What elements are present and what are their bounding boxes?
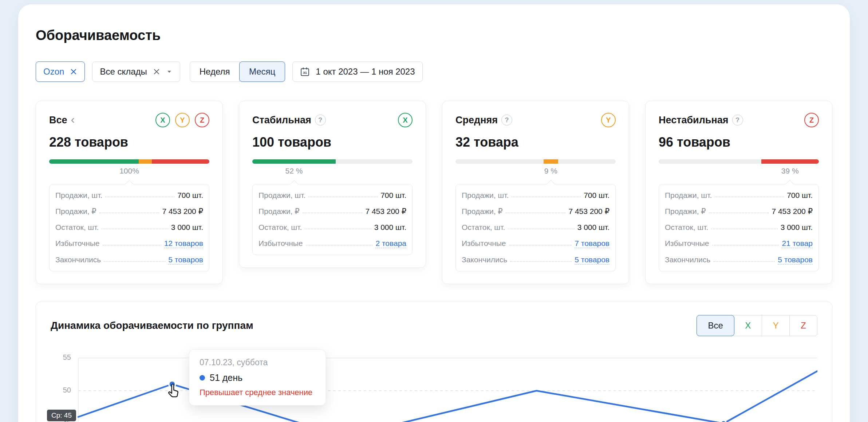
stat-row: Избыточные2 товара bbox=[253, 235, 412, 252]
tab-all[interactable]: Все bbox=[697, 315, 734, 336]
dotted-leader bbox=[99, 212, 159, 213]
bar-segment bbox=[544, 159, 558, 164]
turnover-panel: Оборачиваемость Ozon Все склады Неделя М… bbox=[18, 4, 850, 422]
series-dot bbox=[200, 375, 205, 381]
dotted-leader bbox=[308, 196, 378, 197]
dotted-leader bbox=[506, 212, 566, 213]
stat-label: Избыточные bbox=[259, 239, 303, 248]
marketplace-filter-chip[interactable]: Ozon bbox=[36, 61, 85, 82]
chart-point[interactable] bbox=[721, 421, 726, 422]
dotted-leader bbox=[709, 212, 769, 213]
stat-value: 3 000 шт. bbox=[577, 223, 609, 232]
stat-row: Продажи, шт.700 шт. bbox=[253, 187, 412, 203]
remove-filter-icon[interactable] bbox=[70, 68, 77, 75]
bar-segment bbox=[761, 159, 819, 164]
stat-label: Продажи, ₽ bbox=[665, 207, 706, 216]
stat-row: Избыточные12 товаров bbox=[50, 235, 209, 252]
dotted-leader bbox=[510, 261, 572, 262]
help-icon[interactable]: ? bbox=[315, 115, 326, 126]
stat-value: 700 шт. bbox=[177, 191, 203, 200]
stat-label: Остаток, шт. bbox=[665, 223, 708, 232]
dotted-leader bbox=[104, 261, 165, 262]
help-icon[interactable]: ? bbox=[501, 115, 512, 126]
stat-value-link[interactable]: 12 товаров bbox=[164, 239, 203, 248]
tab-z[interactable]: Z bbox=[789, 315, 817, 336]
distribution-bar bbox=[455, 159, 616, 164]
percent-label: 39 % bbox=[781, 167, 799, 175]
filters-row: Ozon Все склады Неделя Месяц 31 1 bbox=[36, 61, 832, 82]
stat-row: Остаток, шт.3 000 шт. bbox=[456, 219, 615, 235]
bar-segment bbox=[49, 159, 139, 164]
period-toggle: Неделя Месяц bbox=[190, 61, 285, 82]
percent-label: 52 % bbox=[285, 167, 303, 175]
dynamics-card: Динамика оборачиваемости по группам Все … bbox=[36, 302, 832, 422]
stat-value: 700 шт. bbox=[787, 191, 813, 200]
stat-row: Закончились5 товаров bbox=[50, 252, 209, 268]
tab-y[interactable]: Y bbox=[762, 315, 790, 336]
stat-value-link[interactable]: 21 товар bbox=[782, 239, 813, 248]
badge-y[interactable]: Y bbox=[601, 113, 616, 127]
stat-label: Закончились bbox=[55, 255, 101, 264]
stats-box: Продажи, шт.700 шт.Продажи, ₽7 453 200 ₽… bbox=[49, 184, 209, 271]
stat-label: Закончились bbox=[665, 255, 710, 264]
badge-y[interactable]: Y bbox=[175, 113, 190, 127]
page-title: Оборачиваемость bbox=[36, 28, 832, 43]
date-range-picker[interactable]: 31 1 окт 2023 — 1 ноя 2023 bbox=[292, 61, 422, 82]
stats-box: Продажи, шт.700 шт.Продажи, ₽7 453 200 ₽… bbox=[455, 184, 616, 271]
summary-card-unstable: Нестабильная ? Z 96 товаров 39 % Продажи… bbox=[645, 101, 832, 284]
stat-label: Продажи, ₽ bbox=[259, 207, 300, 216]
stat-row: Продажи, шт.700 шт. bbox=[50, 187, 209, 203]
turnover-line-chart bbox=[51, 349, 817, 422]
stat-row: Продажи, шт.700 шт. bbox=[659, 187, 818, 203]
stat-value: 700 шт. bbox=[380, 191, 406, 200]
stat-value-link[interactable]: 5 товаров bbox=[778, 255, 813, 264]
stat-row: Продажи, ₽7 453 200 ₽ bbox=[253, 203, 412, 219]
stat-value-link[interactable]: 5 товаров bbox=[168, 255, 203, 264]
tooltip-date: 07.10.23, суббота bbox=[200, 358, 315, 367]
badge-z[interactable]: Z bbox=[804, 113, 819, 127]
chevron-left-icon[interactable]: ‹ bbox=[71, 114, 75, 125]
distribution-bar bbox=[252, 159, 413, 164]
stat-row: Избыточные7 товаров bbox=[456, 235, 615, 252]
chart-area: Ср: 45 07.10.23, суббота 51 день Превыша… bbox=[51, 349, 817, 422]
stat-value: 7 453 200 ₽ bbox=[772, 207, 813, 216]
stat-value-link[interactable]: 5 товаров bbox=[575, 255, 609, 264]
y-tick-label: 50 bbox=[51, 386, 71, 394]
badge-x[interactable]: X bbox=[155, 113, 170, 127]
tab-x[interactable]: X bbox=[734, 315, 762, 336]
badge-x[interactable]: X bbox=[398, 113, 413, 127]
stat-row: Остаток, шт.3 000 шт. bbox=[253, 219, 412, 235]
summary-card-medium: Средняя ? Y 32 товара 9 % Продажи, шт.70… bbox=[442, 101, 629, 284]
stat-label: Продажи, ₽ bbox=[55, 207, 96, 216]
stat-row: Продажи, ₽7 453 200 ₽ bbox=[659, 203, 818, 219]
card-count: 32 товара bbox=[455, 135, 616, 150]
period-month-button[interactable]: Месяц bbox=[239, 61, 285, 82]
stat-label: Остаток, шт. bbox=[55, 223, 99, 232]
stat-value-link[interactable]: 7 товаров bbox=[575, 239, 609, 248]
average-badge: Ср: 45 bbox=[47, 410, 76, 421]
stat-row: Избыточные21 товар bbox=[659, 235, 818, 252]
remove-filter-icon[interactable] bbox=[153, 68, 160, 75]
stat-label: Продажи, шт. bbox=[665, 191, 712, 200]
y-tick-label: 55 bbox=[51, 353, 71, 362]
dotted-leader bbox=[715, 196, 784, 197]
group-badges: Y bbox=[601, 113, 616, 127]
card-title: Стабильная bbox=[252, 115, 311, 126]
dotted-leader bbox=[712, 245, 779, 246]
stat-label: Избыточные bbox=[665, 239, 709, 248]
badge-z[interactable]: Z bbox=[195, 113, 209, 127]
help-icon[interactable]: ? bbox=[732, 115, 743, 126]
period-week-button[interactable]: Неделя bbox=[190, 61, 240, 82]
stat-value: 700 шт. bbox=[584, 191, 609, 200]
warehouse-filter-label: Все склады bbox=[100, 67, 147, 77]
bar-segment bbox=[252, 159, 336, 164]
tooltip-value: 51 день bbox=[210, 373, 242, 383]
stat-value-link[interactable]: 2 товара bbox=[375, 239, 406, 248]
stat-row: Остаток, шт.3 000 шт. bbox=[50, 219, 209, 235]
percent-label: 100% bbox=[119, 167, 139, 175]
dotted-leader bbox=[305, 228, 371, 229]
warehouse-filter-chip[interactable]: Все склады bbox=[92, 61, 180, 82]
stat-label: Закончились bbox=[462, 255, 507, 264]
chevron-down-icon[interactable] bbox=[166, 68, 173, 75]
stat-value: 3 000 шт. bbox=[374, 223, 406, 232]
